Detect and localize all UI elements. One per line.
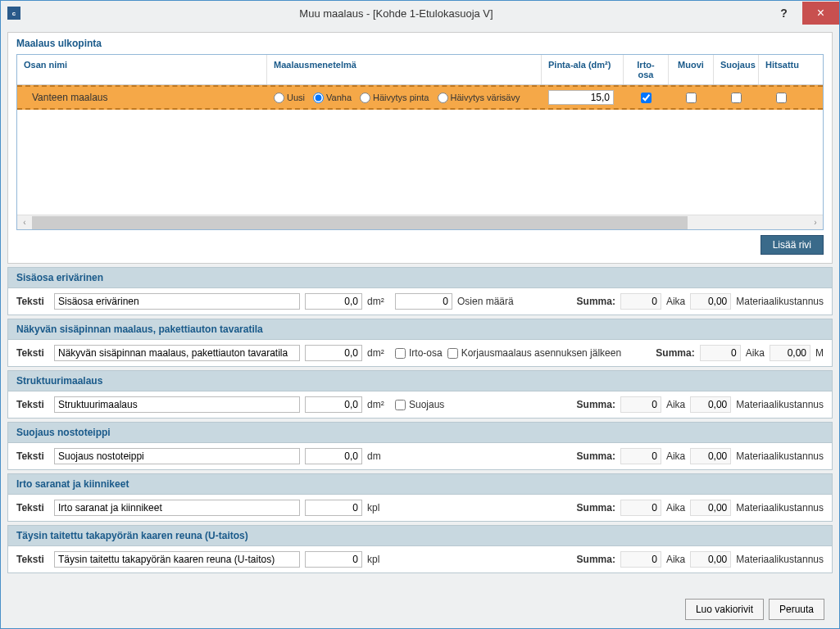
aika-value xyxy=(690,500,731,516)
teksti-input[interactable] xyxy=(54,345,300,361)
value2-input[interactable] xyxy=(395,293,452,310)
header-hitsattu[interactable]: Hitsattu xyxy=(759,55,804,84)
summa-value xyxy=(620,396,661,413)
chk-hitsattu[interactable] xyxy=(776,93,787,103)
chk-irto[interactable] xyxy=(641,93,652,103)
teksti-input[interactable] xyxy=(54,551,300,568)
section-body: TekstidmSumma:AikaMateriaalikustannus xyxy=(7,442,833,470)
radio-haivytys-pinta-input[interactable] xyxy=(360,93,370,103)
value2-label: Osien määrä xyxy=(457,296,514,307)
aika-value xyxy=(690,293,731,310)
section-body: Tekstidm²SuojausSumma:AikaMateriaalikust… xyxy=(7,391,833,419)
teksti-label: Teksti xyxy=(16,554,49,565)
aika-value xyxy=(690,396,731,413)
section-body: Tekstidm²Osien määräSumma:AikaMateriaali… xyxy=(7,287,833,315)
materiaali-label: Materiaalikustannus xyxy=(736,399,824,410)
summa-label: Summa: xyxy=(577,554,615,565)
ulkopinta-panel: Maalaus ulkopinta Osan nimi Maalausmenet… xyxy=(7,32,833,264)
header-irto[interactable]: Irto-osa xyxy=(624,55,669,84)
scroll-right-icon[interactable]: › xyxy=(808,215,823,230)
aika-value xyxy=(690,448,731,464)
teksti-label: Teksti xyxy=(16,347,49,359)
section-header: Sisäosa erivärinen xyxy=(7,267,833,287)
aika-label: Aika xyxy=(666,399,685,410)
extra-label: M xyxy=(815,347,824,359)
materiaali-label: Materiaalikustannus xyxy=(736,450,824,462)
summa-value xyxy=(620,551,661,568)
section-body: TekstikplSumma:AikaMateriaalikustannus xyxy=(7,494,833,522)
radio-haivytys-sarisavy[interactable]: Häivytys värisävy xyxy=(438,93,520,103)
grid-header: Osan nimi Maalausmenetelmä Pinta-ala (dm… xyxy=(17,55,823,85)
aika-label: Aika xyxy=(666,296,685,307)
chk2[interactable]: Korjausmaalaus asennuksen jälkeen xyxy=(447,347,621,359)
area-input[interactable] xyxy=(548,90,614,105)
scroll-left-icon[interactable]: ‹ xyxy=(17,215,32,230)
value-input[interactable] xyxy=(305,345,362,361)
luo-vakiorivit-button[interactable]: Luo vakiorivit xyxy=(685,599,764,620)
app-icon: c xyxy=(7,7,20,20)
materiaali-label: Materiaalikustannus xyxy=(736,554,824,565)
unit-label: kpl xyxy=(367,502,390,514)
header-muovi[interactable]: Muovi xyxy=(669,55,714,84)
teksti-input[interactable] xyxy=(54,293,300,310)
ulkopinta-title: Maalaus ulkopinta xyxy=(16,38,824,49)
unit-label: dm xyxy=(367,450,390,462)
help-button[interactable]: ? xyxy=(765,2,802,25)
section-body: TekstikplSumma:AikaMateriaalikustannus xyxy=(7,545,833,573)
summa-value xyxy=(620,500,661,516)
chk-muovi[interactable] xyxy=(686,93,697,103)
content: Maalaus ulkopinta Osan nimi Maalausmenet… xyxy=(1,25,839,628)
ulkopinta-grid: Osan nimi Maalausmenetelmä Pinta-ala (dm… xyxy=(16,54,824,230)
radio-vanha-input[interactable] xyxy=(313,93,324,103)
value-input[interactable] xyxy=(305,293,362,310)
teksti-input[interactable] xyxy=(54,396,300,413)
teksti-input[interactable] xyxy=(54,500,300,516)
summa-label: Summa: xyxy=(577,450,615,462)
header-method[interactable]: Maalausmenetelmä xyxy=(267,55,542,84)
aika-label: Aika xyxy=(746,347,765,359)
teksti-label: Teksti xyxy=(16,502,49,514)
teksti-label: Teksti xyxy=(16,450,49,462)
footer-buttons: Luo vakiorivit Peruuta xyxy=(685,599,824,620)
summa-label: Summa: xyxy=(577,399,615,410)
window-title: Muu maalaus - [Kohde 1-Etulokasuoja V] xyxy=(27,7,765,20)
section-header: Näkyvän sisäpinnan maalaus, pakettiauton… xyxy=(7,319,833,339)
radio-uusi-input[interactable] xyxy=(274,93,284,103)
titlebar-controls: ? × xyxy=(765,2,839,25)
peruuta-button[interactable]: Peruuta xyxy=(769,599,824,620)
header-area[interactable]: Pinta-ala (dm²) xyxy=(542,55,624,84)
teksti-label: Teksti xyxy=(16,399,49,410)
grid-row[interactable]: Vanteen maalaus Uusi Vanha Häivytys pint… xyxy=(17,85,823,110)
grid-body-empty xyxy=(17,110,823,215)
aika-label: Aika xyxy=(666,502,685,514)
header-suojaus[interactable]: Suojaus xyxy=(714,55,759,84)
radio-uusi[interactable]: Uusi xyxy=(274,93,305,103)
chk-suojaus[interactable] xyxy=(731,93,742,103)
header-name[interactable]: Osan nimi xyxy=(17,55,267,84)
radio-haivytys-sarisavy-input[interactable] xyxy=(438,93,448,103)
section-body: Tekstidm²Irto-osaKorjausmaalaus asennuks… xyxy=(7,339,833,367)
teksti-input[interactable] xyxy=(54,448,300,464)
method-radio-group: Uusi Vanha Häivytys pinta Häivytys väris… xyxy=(274,93,520,103)
teksti-label: Teksti xyxy=(16,296,49,307)
scroll-thumb[interactable] xyxy=(32,216,688,229)
chk1[interactable]: Suojaus xyxy=(395,399,444,410)
value-input[interactable] xyxy=(305,551,362,568)
radio-vanha[interactable]: Vanha xyxy=(313,93,352,103)
unit-label: dm² xyxy=(367,296,390,307)
section-header: Täysin taitettu takapyörän kaaren reuna … xyxy=(7,525,833,545)
value-input[interactable] xyxy=(305,448,362,464)
section-header: Irto saranat ja kiinnikeet xyxy=(7,473,833,494)
summa-value xyxy=(620,293,661,310)
radio-haivytys-pinta[interactable]: Häivytys pinta xyxy=(360,93,429,103)
chk1[interactable]: Irto-osa xyxy=(395,347,443,359)
close-button[interactable]: × xyxy=(802,2,839,25)
aika-label: Aika xyxy=(666,554,685,565)
horizontal-scrollbar[interactable]: ‹ › xyxy=(17,215,823,229)
value-input[interactable] xyxy=(305,396,362,413)
add-row-button[interactable]: Lisää rivi xyxy=(761,235,824,255)
section-header: Struktuurimaalaus xyxy=(7,370,833,391)
row-name: Vanteen maalaus xyxy=(17,87,267,108)
aika-value xyxy=(770,345,810,361)
value-input[interactable] xyxy=(305,500,362,516)
